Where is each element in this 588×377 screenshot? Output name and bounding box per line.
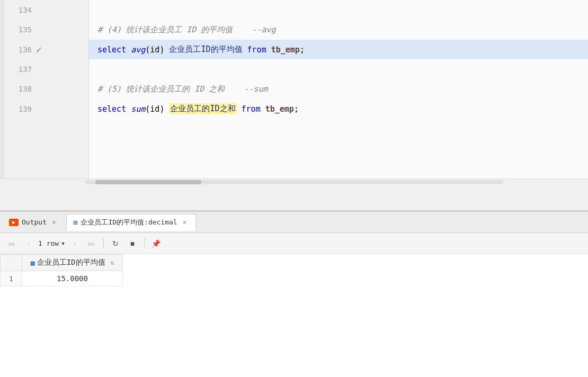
stop-button[interactable]: ■ [125,236,140,251]
refresh-button[interactable]: ↻ [108,236,123,251]
line-numbers: 134 135 136 ✓ 137 138 [4,0,89,178]
line-num-137: 137 [4,59,88,79]
pin-button[interactable]: 📌 [149,236,164,251]
line-num-139: 139 [4,99,88,119]
tab-result-close[interactable]: × [181,218,189,227]
line-num-empty1 [4,119,88,139]
col-header-avg-label: 企业员工ID的平均值 [37,258,105,267]
tab-output-close[interactable]: × [50,218,58,227]
table-row: 1 15.0000 [1,271,123,286]
tab-result[interactable]: ⊞ 企业员工ID的平均值:decimal × [66,214,196,231]
toolbar-separator-1 [103,238,104,249]
editor-footer [0,185,588,210]
toolbar-row: ⏮ ‹ 1 row ▾ › ⏭ ↻ ■ 📌 [0,233,588,254]
line-num-136: 136 ✓ [4,40,88,59]
line-num-empty3 [4,159,88,178]
code-line-135: # (4) 统计该企业员工 ID 的平均值 --avg [89,20,588,39]
table-icon: ⊞ [73,218,77,227]
line-num-empty2 [4,139,88,158]
tab-result-label: 企业员工ID的平均值:decimal [81,218,177,227]
code-line-134 [89,0,588,20]
line-num-135: 135 [4,20,88,39]
table-header-row: ▦ 企业员工ID的平均值 ⇅ [1,255,123,271]
row-count-label: 1 row [38,239,59,247]
row-count-dropdown[interactable]: ▾ [61,239,65,247]
row-num-cell: 1 [1,271,22,286]
code-line-136: select avg(id) 企业员工ID的平均值 from tb_emp; [89,40,588,59]
code-line-empty3 [89,159,588,178]
scrollbar-track[interactable] [85,180,503,184]
sort-icon[interactable]: ⇅ [111,259,114,266]
last-page-button[interactable]: ⏭ [84,236,99,251]
column-icon: ▦ [31,259,35,267]
prev-page-button[interactable]: ‹ [21,236,36,251]
app-container: 134 135 136 ✓ 137 138 [0,0,588,377]
avg-value-cell: 15.0000 [22,271,122,286]
code-line-empty2 [89,139,588,158]
tabs-bar: ▶ Output × ⊞ 企业员工ID的平均值:decimal × [0,212,588,233]
scrollbar-thumb[interactable] [95,180,201,184]
toolbar-separator-2 [144,238,145,249]
result-table: ▦ 企业员工ID的平均值 ⇅ 1 15.0000 [0,254,123,286]
side-gutter [0,0,4,178]
bottom-panel: ▶ Output × ⊞ 企业员工ID的平均值:decimal × ⏮ ‹ 1 … [0,212,588,377]
code-line-empty1 [89,119,588,139]
row-count-area: 1 row ▾ [38,239,65,247]
code-line-139: select sum(id) 企业员工的ID之和 from tb_emp; [89,99,588,119]
code-line-137 [89,59,588,79]
tab-output[interactable]: ▶ Output × [2,214,65,231]
col-header-avg[interactable]: ▦ 企业员工ID的平均值 ⇅ [22,255,122,271]
editor-scrollbar[interactable] [0,178,588,185]
execution-check-icon: ✓ [36,44,42,55]
next-page-button[interactable]: › [67,236,82,251]
table-area: ▦ 企业员工ID的平均值 ⇅ 1 15.0000 [0,254,588,377]
code-lines[interactable]: # (4) 统计该企业员工 ID 的平均值 --avg select avg(i… [89,0,588,178]
output-icon: ▶ [9,219,19,226]
first-page-button[interactable]: ⏮ [4,236,19,251]
code-line-138: # (5) 统计该企业员工的 ID 之和 --sum [89,79,588,99]
col-header-rownum [1,255,22,271]
line-num-138: 138 [4,79,88,99]
line-num-134: 134 [4,0,88,20]
editor-area: 134 135 136 ✓ 137 138 [0,0,588,212]
tab-output-label: Output [22,218,47,226]
